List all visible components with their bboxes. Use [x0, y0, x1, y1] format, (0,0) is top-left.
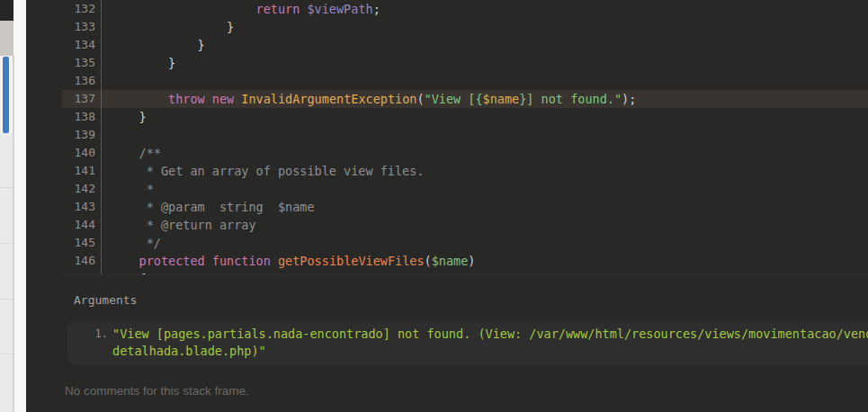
whoops-error-page: 132 return $viewPath;133 }134 }135 }1361… [0, 0, 868, 412]
code-line: 145 */ [62, 234, 868, 252]
line-number: 139 [62, 126, 95, 144]
line-number: 142 [62, 180, 95, 198]
line-number: 147 [62, 270, 95, 275]
gutter-divider [101, 0, 102, 274]
code-line: 135 } [62, 54, 868, 72]
line-code: * Get an array of possible view files. [95, 162, 425, 180]
frame-item-separator [0, 243, 13, 244]
frame-comments-empty: No comments for this stack frame. [65, 384, 249, 398]
line-code [95, 126, 110, 144]
sidebar-scroll-track[interactable] [0, 56, 13, 133]
arguments-heading: Arguments [74, 293, 137, 307]
code-line: 132 return $viewPath; [62, 0, 868, 18]
code-line: 139 [62, 126, 868, 144]
scrollbar-thumb[interactable] [3, 57, 9, 133]
code-line: 141 * Get an array of possible view file… [62, 162, 868, 180]
line-number: 144 [62, 216, 95, 234]
code-line: 133 } [62, 18, 868, 36]
code-line-highlighted: 137 throw new InvalidArgumentException("… [62, 90, 868, 108]
code-line: 136 [62, 72, 868, 90]
sidebar-gutter [14, 0, 27, 412]
line-number: 141 [62, 162, 95, 180]
line-code: /** [95, 144, 161, 162]
line-code: * @return array [95, 216, 256, 234]
sidebar-subheader-block [0, 21, 13, 56]
line-number: 136 [62, 72, 95, 90]
line-code: { [95, 270, 147, 275]
line-number: 137 [62, 90, 95, 108]
code-line: 143 * @param string $name [62, 198, 868, 216]
arguments-box: 1. "View [pages.partials.nada-encontrado… [67, 320, 868, 365]
line-code: return $viewPath; [95, 0, 380, 18]
frame-item-separator [0, 299, 13, 300]
line-number: 134 [62, 36, 95, 54]
frame-item-separator [0, 354, 13, 354]
argument-value-line: "View [pages.partials.nada-encontrado] n… [112, 326, 868, 343]
line-code: } [95, 54, 175, 72]
argument-value: "View [pages.partials.nada-encontrado] n… [112, 326, 868, 365]
line-code: throw new InvalidArgumentException("View… [95, 90, 636, 108]
argument-index: 1. [67, 327, 108, 365]
line-number: 132 [62, 0, 95, 18]
code-line: 142 * [62, 180, 868, 198]
line-code: } [95, 18, 234, 36]
line-code: */ [95, 234, 161, 252]
line-code [95, 72, 110, 90]
code-line: 134 } [62, 36, 868, 54]
line-number: 133 [62, 18, 95, 36]
line-code: protected function getPossibleViewFiles(… [95, 252, 475, 270]
line-number: 143 [62, 198, 95, 216]
line-number: 145 [62, 234, 95, 252]
sidebar-header-block [0, 0, 13, 21]
argument-value-line: detalhada.blade.php)" [112, 343, 868, 360]
code-viewer: 132 return $viewPath;133 }134 }135 }1361… [62, 0, 868, 275]
line-number: 140 [62, 144, 95, 162]
code-line: 140 /** [62, 144, 868, 162]
line-code: } [95, 36, 205, 54]
code-line: 144 * @return array [62, 216, 868, 234]
line-code: * [95, 180, 154, 198]
line-code: * @param string $name [95, 198, 315, 216]
stack-frames-sidebar-edge [0, 0, 13, 412]
code-line: 147 { [62, 270, 868, 275]
frames-list-edge[interactable] [0, 133, 13, 412]
frame-item-separator [0, 187, 13, 188]
line-code: } [95, 108, 147, 126]
line-number: 138 [62, 108, 95, 126]
code-line: 146 protected function getPossibleViewFi… [62, 252, 868, 270]
line-number: 135 [62, 54, 95, 72]
code-line: 138 } [62, 108, 868, 126]
line-number: 146 [62, 252, 95, 270]
frame-details-panel: 132 return $viewPath;133 }134 }135 }1361… [26, 0, 868, 412]
